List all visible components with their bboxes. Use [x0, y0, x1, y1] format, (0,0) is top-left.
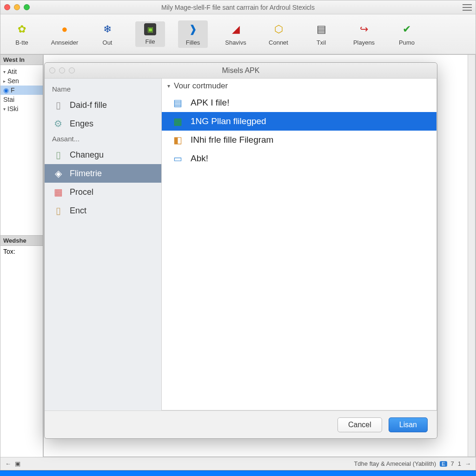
tb-label: File	[145, 38, 155, 45]
dialog-titlebar: Misels APK	[45, 63, 437, 79]
file-row[interactable]: ◧INhi frle fille Filegram	[162, 131, 436, 149]
chevron-down-icon: ▾	[167, 83, 170, 89]
file-row[interactable]: ▦1NG Pllan flilegped	[162, 112, 436, 131]
tb-playens[interactable]: ↪Playens	[349, 22, 379, 46]
list-icon: ▤	[314, 22, 328, 36]
tb-out[interactable]: ❄Out	[93, 22, 122, 46]
toolbar: ✿B-tte ●Annseider ❄Out ▣File ❱Filles ◢Sh…	[0, 14, 476, 54]
dialog-window-controls	[49, 67, 75, 73]
chevron-down-icon: ▾	[3, 69, 6, 74]
hex-icon: ⬡	[271, 22, 285, 36]
dialog-title: Misels APK	[222, 66, 260, 75]
tb-annseider[interactable]: ●Annseider	[50, 22, 79, 46]
check-icon: ✔	[400, 22, 414, 36]
sidebar-item-enct[interactable]: ▯Enct	[45, 201, 161, 220]
tb-label: Filles	[186, 39, 200, 46]
tree-item[interactable]: Stai	[0, 95, 43, 104]
tb-shavivs[interactable]: ◢Shavivs	[221, 22, 251, 46]
document-icon: ▤	[171, 96, 184, 109]
panel2-body: Tox:	[0, 246, 43, 457]
tb-txil[interactable]: ▤Txil	[306, 22, 336, 46]
titlebar: Mily Mage-slell-F file sant carrrain for…	[0, 0, 476, 14]
panel2-header[interactable]: Wedshe	[0, 235, 43, 246]
panel2-line: Tox:	[3, 248, 40, 255]
minimize-icon[interactable]	[14, 4, 20, 10]
tree-item[interactable]: ▸Sen	[0, 76, 43, 86]
tb-label: Out	[103, 39, 112, 46]
app-icon: ◧	[171, 133, 184, 146]
window-title: Mily Mage-slell-F file sant carrrain for…	[161, 4, 315, 11]
forward-icon[interactable]: →	[465, 460, 471, 467]
sidebar-item-flimetrie[interactable]: ◈Flimetrie	[45, 164, 161, 183]
pathbar[interactable]: ▾ Vour cortmuder	[162, 79, 436, 93]
tb-filles[interactable]: ❱Filles	[178, 20, 208, 48]
sidebar-item-procel[interactable]: ▦Procel	[45, 183, 161, 201]
dialog-body: Name ▯Daid-f fille ⚙Enges Aasant... ▯Cha…	[45, 79, 437, 410]
sidebar-item-chanegu[interactable]: ▯Chanegu	[45, 145, 161, 164]
bottom-bar	[0, 470, 476, 476]
tree-item[interactable]: ▾Atit	[0, 67, 43, 76]
left-column: West In ▾Atit ▸Sen ◉F Stai ▾ISki Wedshe …	[0, 54, 43, 457]
doc-icon: ▯	[52, 149, 64, 161]
sidebar-item-enges[interactable]: ⚙Enges	[45, 114, 161, 133]
tb-label: Connet	[269, 39, 288, 46]
project-tree[interactable]: ▾Atit ▸Sen ◉F Stai ▾ISki	[0, 65, 43, 235]
panel1-header[interactable]: West In	[0, 54, 43, 65]
dialog-footer: Cancel Lisan	[45, 410, 437, 438]
back-icon[interactable]: ←	[5, 460, 11, 467]
scrollbar[interactable]	[468, 55, 475, 456]
minimize-icon[interactable]	[59, 67, 65, 73]
box-icon[interactable]: ▣	[15, 460, 20, 467]
tree-item[interactable]: ◉F	[0, 86, 43, 95]
zoom-icon[interactable]	[24, 4, 30, 10]
sidebar-section-header: Aasant...	[45, 133, 161, 145]
gear-icon: ⚙	[52, 118, 64, 130]
snowflake-icon: ❄	[100, 22, 114, 36]
chevron-down-icon: ▾	[3, 106, 6, 112]
path-text: Vour cortmuder	[174, 81, 228, 91]
dot-icon: ◉	[3, 86, 9, 94]
statusbar: ← ▣ Tdhe ftay & Ameceial (Yabilith) E 7 …	[0, 457, 476, 470]
tb-label: Shavivs	[225, 39, 246, 46]
tb-connet[interactable]: ⬡Connet	[264, 22, 293, 46]
package-icon: ▦	[171, 115, 184, 128]
chevron-right-icon: ▸	[3, 79, 6, 84]
tb-label: B-tte	[15, 39, 28, 46]
folder-icon: ▯	[52, 99, 64, 111]
monitor-icon: ▭	[171, 152, 184, 165]
sidebar-item-daidf[interactable]: ▯Daid-f fille	[45, 96, 161, 114]
tb-pumo[interactable]: ✔Pumo	[392, 22, 422, 46]
status-num2: 1	[458, 460, 461, 467]
close-icon[interactable]	[49, 67, 55, 73]
tb-bte[interactable]: ✿B-tte	[7, 22, 37, 46]
status-text: Tdhe ftay & Ameceial (Yabilith)	[354, 460, 436, 467]
tree-item[interactable]: ▾ISki	[0, 104, 43, 113]
play-icon: ↪	[357, 22, 371, 36]
tb-label: Pumo	[399, 39, 415, 46]
confirm-button[interactable]: Lisan	[389, 417, 428, 432]
calendar-icon: ▦	[52, 186, 64, 198]
arrow-icon: ❱	[186, 22, 200, 36]
dialog-sidebar: Name ▯Daid-f fille ⚙Enges Aasant... ▯Cha…	[45, 79, 162, 410]
tb-file[interactable]: ▣File	[135, 21, 165, 47]
tb-label: Txil	[317, 39, 326, 46]
menu-icon[interactable]	[463, 4, 472, 11]
file-row[interactable]: ▤APK I file!	[162, 93, 436, 112]
dialog-main: ▾ Vour cortmuder ▤APK I file! ▦1NG Pllan…	[161, 78, 437, 410]
file-icon: ▣	[144, 23, 156, 35]
zoom-icon[interactable]	[69, 67, 75, 73]
window-controls	[4, 4, 30, 10]
cancel-button[interactable]: Cancel	[337, 417, 382, 432]
file-list: ▤APK I file! ▦1NG Pllan flilegped ◧INhi …	[162, 93, 436, 410]
status-num: 7	[451, 460, 454, 467]
pen-icon: ◢	[229, 22, 243, 36]
tb-label: Playens	[353, 39, 375, 46]
tb-label: Annseider	[51, 39, 79, 46]
info-icon: ●	[58, 22, 72, 36]
file-row[interactable]: ▭Abk!	[162, 149, 436, 168]
status-badge[interactable]: E	[440, 461, 447, 467]
shield-icon: ◈	[52, 167, 64, 179]
close-icon[interactable]	[4, 4, 10, 10]
plant-icon: ✿	[15, 22, 29, 36]
sidebar-section-header: Name	[45, 83, 161, 96]
